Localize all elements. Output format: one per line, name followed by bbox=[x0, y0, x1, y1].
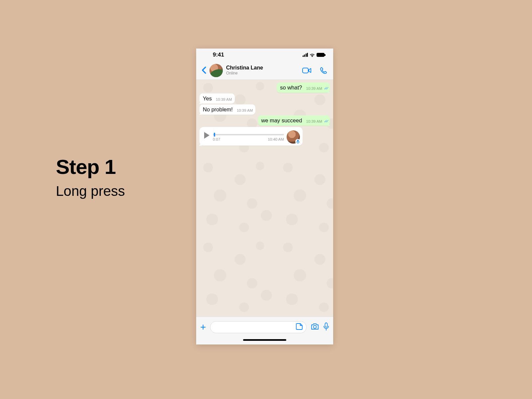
chat-body[interactable]: so what? 10:39 AM ✓✓ Yes 10:39 AM No pro… bbox=[196, 80, 333, 317]
mic-button[interactable] bbox=[323, 323, 329, 332]
status-time: 9:41 bbox=[213, 52, 224, 58]
status-bar: 9:41 bbox=[196, 49, 333, 61]
message-meta: 10:39 AM bbox=[237, 108, 253, 113]
phone-frame: 9:41 Christina Lane Online so what? 10 bbox=[196, 49, 333, 344]
voice-sender-avatar bbox=[287, 130, 300, 144]
contact-name: Christina Lane bbox=[226, 65, 295, 71]
message-text: we may succeed bbox=[261, 117, 303, 124]
read-ticks-icon: ✓✓ bbox=[324, 119, 327, 123]
attach-button[interactable]: + bbox=[200, 322, 206, 332]
step-title: Step 1 bbox=[56, 155, 125, 179]
home-indicator[interactable] bbox=[196, 337, 333, 344]
voice-duration: 0:07 bbox=[213, 137, 220, 141]
message-meta: 10:39 AM ✓✓ bbox=[306, 119, 327, 124]
battery-icon bbox=[317, 53, 325, 57]
svg-rect-3 bbox=[325, 323, 328, 327]
message-text: No problem! bbox=[203, 106, 233, 113]
mic-icon bbox=[295, 139, 301, 144]
message-text: Yes bbox=[203, 95, 212, 102]
message-meta: 10:39 AM ✓✓ bbox=[306, 86, 327, 91]
voice-time: 10:40 AM bbox=[268, 137, 284, 141]
message-text: so what? bbox=[280, 84, 303, 91]
wifi-icon bbox=[309, 53, 315, 57]
play-icon[interactable] bbox=[204, 132, 209, 139]
message-out[interactable]: we may succeed 10:39 AM ✓✓ bbox=[200, 115, 330, 126]
contact-avatar[interactable] bbox=[209, 64, 223, 77]
svg-rect-1 bbox=[297, 140, 299, 142]
cell-signal-icon bbox=[303, 53, 308, 57]
sticker-button[interactable] bbox=[296, 323, 303, 332]
voice-message[interactable]: 0:07 10:40 AM bbox=[200, 127, 303, 146]
message-input[interactable] bbox=[210, 321, 307, 333]
voice-playhead[interactable] bbox=[214, 133, 215, 137]
voice-track[interactable] bbox=[213, 134, 284, 135]
input-bar: + bbox=[196, 317, 333, 337]
video-call-button[interactable] bbox=[302, 66, 312, 75]
contact-info[interactable]: Christina Lane Online bbox=[226, 65, 295, 75]
step-subtitle: Long press bbox=[56, 183, 125, 199]
svg-point-2 bbox=[314, 325, 317, 328]
message-out[interactable]: so what? 10:39 AM ✓✓ bbox=[200, 82, 330, 93]
message-in[interactable]: No problem! 10:39 AM bbox=[200, 104, 330, 115]
message-meta: 10:39 AM bbox=[216, 97, 232, 102]
camera-button[interactable] bbox=[311, 323, 319, 332]
message-in[interactable]: Yes 10:39 AM bbox=[200, 93, 330, 104]
status-indicators bbox=[303, 53, 325, 57]
chat-header: Christina Lane Online bbox=[196, 61, 333, 80]
read-ticks-icon: ✓✓ bbox=[324, 86, 327, 90]
svg-rect-0 bbox=[303, 68, 308, 73]
instruction-caption: Step 1 Long press bbox=[56, 155, 125, 199]
back-button[interactable] bbox=[201, 65, 207, 76]
voice-call-button[interactable] bbox=[319, 66, 329, 75]
contact-status: Online bbox=[226, 71, 295, 76]
